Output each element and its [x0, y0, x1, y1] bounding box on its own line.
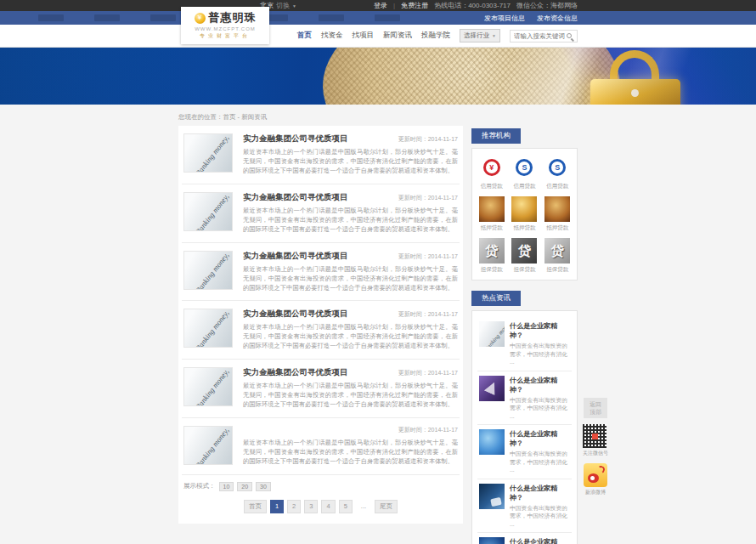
sidebar: 推荐机构 ¥ 信用贷款 S 信用贷款 S 信用贷款 抵押贷款 抵押贷款	[471, 126, 578, 544]
nav-item-news[interactable]: 新闻资讯	[383, 31, 412, 41]
org-item[interactable]: 贷 担保贷款	[543, 238, 572, 274]
org-caption: 信用贷款	[511, 183, 539, 190]
pagination-page-4[interactable]: 4	[321, 500, 335, 513]
news-thumbnail[interactable]: Banking money,	[183, 192, 233, 231]
org-item[interactable]: S 信用贷款	[543, 155, 572, 190]
pagination-ellipsis: ...	[356, 500, 371, 513]
publish-fund-link[interactable]: 发布资金信息	[537, 14, 578, 23]
thumbnail-caption: Banking money,	[194, 133, 230, 173]
org-item[interactable]: 抵押贷款	[477, 196, 506, 232]
bluebar-menu-chip[interactable]	[150, 14, 176, 21]
nav-item-home[interactable]: 首页	[297, 31, 312, 41]
hot-news-excerpt: 中国资金有出海投资的需求，中国经济有消化 ...	[510, 342, 570, 366]
site-header: ¥ 普惠明珠 WWW.MZCFPT.COM 专业财富平台 首页 找资金 找项目 …	[0, 25, 756, 48]
pagination-page-2[interactable]: 2	[287, 500, 301, 513]
loan-character-image: 贷	[544, 238, 570, 264]
hot-news-title-link[interactable]: 什么是企业家精神？	[510, 484, 570, 502]
org-item[interactable]: ¥ 信用贷款	[477, 155, 506, 190]
gold-coin-icon: ¥	[195, 13, 206, 24]
hot-news-thumbnail[interactable]	[479, 429, 505, 455]
floating-widgets: 返回 顶部 关注微信号 新浪微博	[583, 398, 608, 496]
org-item[interactable]: 贷 担保贷款	[511, 238, 539, 274]
thumbnail-caption: Banking money,	[483, 321, 505, 347]
hot-news-thumbnail[interactable]	[479, 376, 505, 401]
bluebar-menu-chip[interactable]	[38, 14, 64, 21]
pagination-first-button[interactable]: 首页	[244, 500, 267, 513]
news-title-link[interactable]: 实力金融集团公司寻优质项目	[243, 367, 348, 378]
back-to-top-button[interactable]: 返回 顶部	[584, 398, 607, 418]
hot-news-title-link[interactable]: 什么是企业家精神？	[510, 321, 570, 340]
display-mode-30-button[interactable]: 30	[256, 482, 271, 491]
breadcrumb-home-link[interactable]: 首页	[223, 113, 236, 121]
hot-news-thumbnail[interactable]	[479, 484, 505, 509]
org-caption: 信用贷款	[543, 183, 572, 190]
nav-item-academy[interactable]: 投融学院	[421, 31, 450, 41]
bluebar-menu-chip[interactable]	[375, 14, 400, 21]
org-caption: 担保贷款	[543, 266, 572, 274]
industry-select[interactable]: 选择行业 ▼	[460, 29, 500, 42]
site-logo[interactable]: ¥ 普惠明珠 WWW.MZCFPT.COM 专业财富平台	[181, 7, 269, 44]
display-mode-10-button[interactable]: 10	[219, 482, 234, 491]
org-item[interactable]: 抵押贷款	[543, 196, 572, 232]
top-utility-bar: 北京 切换 ▼ 登录 | 免费注册 热线电话：400-0303-717 微信公众…	[0, 0, 756, 11]
news-title-link[interactable]: 实力金融集团公司寻优质项目	[243, 133, 348, 144]
bluebar-menu-chip[interactable]	[319, 14, 344, 21]
display-mode-20-button[interactable]: 20	[237, 482, 252, 491]
thumbnail-caption: Banking money,	[194, 426, 230, 465]
news-title-link[interactable]: 实力金融集团公司寻优质项目	[243, 192, 348, 203]
hot-news-item: 什么是企业家精神？ 中国资金有出海投资的需求，中国经济有消化 ...	[477, 479, 572, 534]
hot-news-title-link[interactable]: 什么是企业家精神？	[510, 376, 570, 394]
news-thumbnail[interactable]: Banking money,	[183, 251, 233, 290]
news-thumbnail[interactable]: Banking money,	[183, 309, 233, 348]
org-item[interactable]: S 信用贷款	[511, 155, 539, 190]
hot-news-title-link[interactable]: 什么是企业家精神？	[510, 429, 570, 448]
org-caption: 担保贷款	[511, 266, 539, 274]
hot-news-thumbnail[interactable]: Banking money,	[479, 321, 505, 347]
org-item[interactable]: 贷 担保贷款	[477, 238, 506, 274]
org-item[interactable]: 抵押贷款	[511, 196, 539, 232]
main-nav: 首页 找资金 找项目 新闻资讯 投融学院 选择行业 ▼	[297, 29, 578, 42]
hot-news-excerpt: 中国资金有出海投资的需求，中国经济有消化 ...	[510, 450, 570, 474]
hot-news-list: Banking money, 什么是企业家精神？ 中国资金有出海投资的需求，中国…	[471, 310, 578, 544]
news-date: 更新时间：2014-11-17	[398, 310, 458, 319]
pagination-page-3[interactable]: 3	[304, 500, 318, 513]
news-excerpt: 最近资本市场上的一个热门话题是中国版马歇尔计划，部分板块炒气十足。毫无疑问，中国…	[243, 439, 458, 467]
loan-character-image: 贷	[511, 238, 537, 264]
hotline-text: 热线电话：400-0303-717	[434, 1, 511, 10]
publish-project-link[interactable]: 发布项目信息	[484, 14, 525, 23]
news-thumbnail[interactable]: Banking money,	[183, 367, 233, 406]
display-mode-row: 展示模式： 10 20 30	[182, 475, 460, 491]
news-thumbnail[interactable]: Banking money,	[183, 426, 233, 465]
hot-news-title-link[interactable]: 什么是企业家精神？	[510, 537, 570, 544]
pagination-last-button[interactable]: 尾页	[375, 500, 398, 513]
back-to-top-label: 返回	[590, 400, 601, 408]
search-input[interactable]	[514, 32, 567, 40]
news-thumbnail[interactable]: Banking money,	[183, 133, 233, 173]
register-link[interactable]: 免费注册	[401, 1, 428, 10]
logo-url: WWW.MZCFPT.COM	[186, 26, 264, 31]
hot-news-item: 什么是企业家精神？ 中国资金有出海投资的需求，中国经济有消化 ...	[477, 425, 572, 479]
blue-menu-bar: 发布项目信息 发布资金信息	[0, 11, 756, 25]
login-link[interactable]: 登录	[374, 1, 387, 10]
hero-banner	[0, 48, 756, 105]
weibo-icon[interactable]	[584, 463, 607, 487]
banknotes-photo	[544, 196, 570, 222]
recommended-orgs-header: 推荐机构	[471, 128, 521, 144]
industry-select-value: 选择行业	[464, 31, 489, 40]
hot-news-excerpt: 中国资金有出海投资的需求，中国经济有消化 ...	[510, 504, 570, 529]
news-title-link[interactable]: 实力金融集团公司寻优质项目	[243, 309, 348, 320]
news-title-link[interactable]: 实力金融集团公司寻优质项目	[243, 251, 348, 262]
pagination-page-1[interactable]: 1	[270, 500, 284, 513]
hot-news-thumbnail[interactable]	[479, 537, 505, 544]
search-icon[interactable]	[567, 33, 572, 38]
news-item: Banking money, 实力金融集团公司寻优质项目 更新时间：2014-1…	[182, 301, 460, 360]
hot-news-excerpt: 中国资金有出海投资的需求，中国经济有消化 ...	[510, 396, 570, 421]
hot-news-item: Banking money, 什么是企业家精神？ 中国资金有出海投资的需求，中国…	[477, 317, 572, 371]
pagination-page-5[interactable]: 5	[339, 500, 353, 513]
city-switch-link[interactable]: 切换	[276, 1, 290, 10]
nav-item-find-funds[interactable]: 找资金	[321, 31, 343, 41]
nav-item-find-projects[interactable]: 找项目	[353, 31, 375, 41]
news-date: 更新时间：2014-11-17	[398, 369, 458, 377]
org-caption: 信用贷款	[477, 183, 506, 190]
bluebar-menu-chip[interactable]	[94, 14, 120, 21]
